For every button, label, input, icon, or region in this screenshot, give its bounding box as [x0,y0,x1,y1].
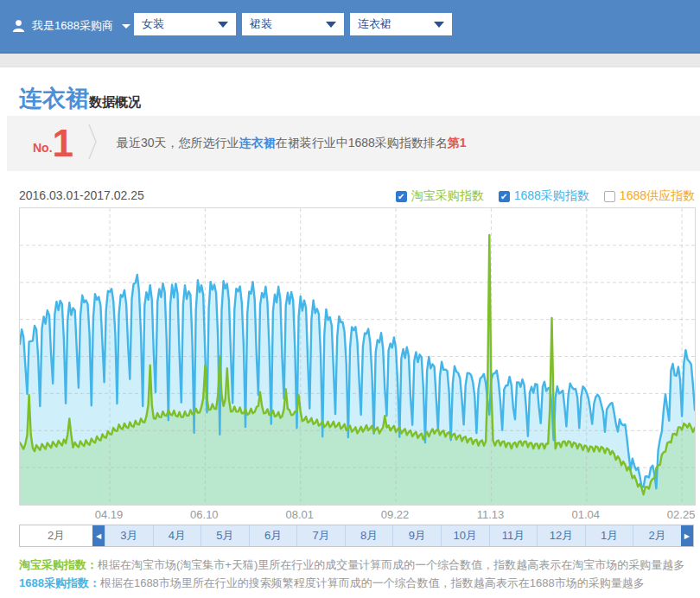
index-definition-2: 1688采购指数：根据在1688市场里所在行业的搜索频繁程度计算而成的一个综合数… [19,574,700,592]
category-select-1[interactable]: 女装 [134,13,236,35]
category-select-2[interactable]: 裙装 [242,13,344,35]
current-month-box[interactable]: 2月 [20,525,92,546]
checkbox-checked-icon[interactable]: ✔ [499,191,510,202]
x-tick-label: 06.10 [190,508,219,521]
x-tick-label: 02.25 [667,508,696,521]
rank-description: 最近30天，您所选行业连衣裙在裙装行业中1688采购指数排名第1 [117,136,467,151]
x-tick-label: 01.04 [572,508,601,521]
month-tab-5月[interactable]: 5月 [200,525,249,546]
rank-value: 1 [53,126,73,161]
user-menu[interactable]: 我是1688采购商 [12,0,130,52]
prev-month-button[interactable]: ◀ [92,525,105,546]
chevron-divider-icon [87,122,98,165]
rank-banner: No. 1 最近30天，您所选行业连衣裙在裙装行业中1688采购指数排名第1 [7,116,700,171]
month-tab-12月[interactable]: 12月 [537,525,585,546]
index-definition-text: 根据在淘宝市场(淘宝集市+天猫)里所在行业的成交量计算而成的一个综合数值，指数越… [98,558,684,571]
page-title-keyword: 连衣裙 [19,86,89,111]
legend-item-1[interactable]: ✔淘宝采购指数 [396,188,484,204]
legend-label: 1688供应指数 [620,188,695,204]
month-selector: 2月 ◀ 3月4月5月6月7月8月9月10月11月12月1月2月▶ [19,525,694,547]
month-tab-11月[interactable]: 11月 [489,525,538,546]
x-tick-label: 08.01 [285,508,314,521]
index-definitions: 淘宝采购指数：根据在淘宝市场(淘宝集市+天猫)里所在行业的成交量计算而成的一个综… [19,556,700,592]
rank-text-middle: 在裙装行业中1688采购指数排名 [276,136,448,150]
month-tab-10月[interactable]: 10月 [441,525,489,546]
x-tick-label: 09.22 [381,508,410,521]
page-title: 连衣裙数据概况 [0,67,700,105]
rank-text-before: 最近30天，您所选行业 [117,136,239,150]
legend-item-3[interactable]: 1688供应指数 [604,188,695,204]
chevron-down-icon [122,24,130,29]
chevron-down-icon [218,22,228,28]
category-select-3-value: 连衣裙 [358,16,391,32]
legend-label: 1688采购指数 [514,188,589,204]
rank-no-label: No. [33,141,53,155]
month-tab-2月[interactable]: 2月 [633,525,681,546]
page-title-rest: 数据概况 [89,94,141,109]
user-icon [12,19,25,33]
checkbox-checked-icon[interactable]: ✔ [396,191,407,202]
month-tab-3月[interactable]: 3月 [105,525,153,546]
x-tick-label: 11.13 [477,508,505,521]
legend-item-2[interactable]: ✔1688采购指数 [499,188,589,204]
header-divider-strip [0,54,700,67]
category-select-3[interactable]: 连衣裙 [350,13,452,35]
user-label: 我是1688采购商 [32,18,113,34]
index-definition-label: 1688采购指数： [19,576,100,589]
top-bar: 我是1688采购商 女装 裙装 连衣裙 [0,0,700,54]
chevron-down-icon [326,22,336,28]
month-tab-9月[interactable]: 9月 [392,525,441,546]
chart-header: 2016.03.01-2017.02.25 ✔淘宝采购指数✔1688采购指数16… [0,185,700,207]
category-select-1-value: 女装 [142,16,164,32]
month-tab-6月[interactable]: 6月 [249,525,297,546]
month-tab-4月[interactable]: 4月 [153,525,201,546]
chevron-down-icon [434,22,444,28]
legend-label: 淘宝采购指数 [411,188,484,204]
chart-legend: ✔淘宝采购指数✔1688采购指数1688供应指数 [396,188,695,204]
date-range-label: 2016.03.01-2017.02.25 [19,188,144,202]
category-select-2-value: 裙装 [250,16,272,32]
index-definition-text: 根据在1688市场里所在行业的搜索频繁程度计算而成的一个综合数值，指数越高表示在… [100,576,645,589]
rank-number: No. 1 [33,126,73,161]
month-tab-8月[interactable]: 8月 [345,525,393,546]
x-tick-label: 04.19 [95,508,124,521]
checkbox-unchecked-icon[interactable] [604,191,615,202]
month-tab-7月[interactable]: 7月 [296,525,345,546]
index-definition-label: 淘宝采购指数： [19,558,98,571]
month-tab-1月[interactable]: 1月 [585,525,633,546]
index-definition-1: 淘宝采购指数：根据在淘宝市场(淘宝集市+天猫)里所在行业的成交量计算而成的一个综… [19,556,700,574]
next-month-button[interactable]: ▶ [681,525,693,546]
index-trend-chart[interactable] [19,207,696,506]
rank-keyword[interactable]: 连衣裙 [239,136,276,150]
rank-position: 第1 [448,136,467,150]
x-axis-labels: 04.1906.1008.0109.2211.1301.0402.25 [19,506,694,525]
